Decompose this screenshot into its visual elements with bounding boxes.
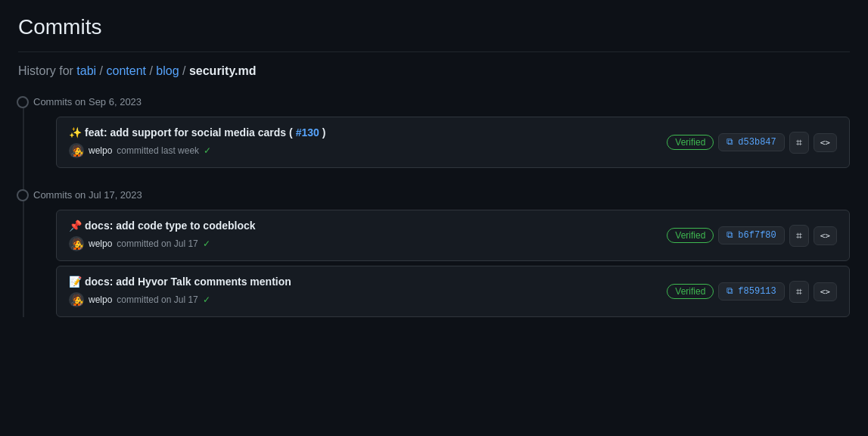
commit-author-2[interactable]: welpo [89, 238, 112, 249]
section-date-sep: Commits on Sep 6, 2023 [33, 96, 142, 107]
commit-meta-1: 🧑‍🎤 welpo committed last week ✓ [69, 143, 658, 158]
avatar-2: 🧑‍🎤 [69, 236, 84, 251]
commit-row-2: 📌 docs: add code type to codeblock 🧑‍🎤 w… [56, 210, 850, 261]
commit-emoji-2: 📌 [69, 220, 82, 232]
code-icon-1: <> [820, 138, 830, 148]
commit-author-3[interactable]: welpo [89, 294, 112, 305]
browse-repo-btn-1[interactable]: ⌗ [789, 132, 809, 154]
copy-icon-3: ⧉ [726, 286, 733, 297]
timeline-dot-jul [17, 189, 29, 201]
commit-meta-3: 🧑‍🎤 welpo committed on Jul 17 ✓ [69, 292, 658, 307]
commits-section-sep-2023: Commits on Sep 6, 2023 ✨ feat: add suppo… [33, 96, 850, 168]
hash-text-1: d53b847 [738, 137, 776, 148]
hash-text-2: b6f7f80 [738, 230, 776, 241]
view-code-btn-3[interactable]: <> [814, 282, 837, 301]
section-date-jul: Commits on Jul 17, 2023 [33, 189, 142, 201]
view-code-btn-2[interactable]: <> [814, 226, 837, 245]
breadcrumb: History for tabi / content / blog / secu… [18, 64, 850, 78]
browse-icon-2: ⌗ [796, 229, 802, 242]
commit-time-3: committed on Jul 17 [117, 294, 198, 305]
code-icon-3: <> [820, 287, 830, 297]
breadcrumb-blog[interactable]: blog [156, 64, 179, 77]
copy-icon-1: ⧉ [726, 137, 733, 148]
check-icon-2: ✓ [203, 238, 210, 249]
commits-group-sep: ✨ feat: add support for social media car… [56, 117, 850, 168]
breadcrumb-file: security.md [189, 64, 257, 77]
avatar-1: 🧑‍🎤 [69, 143, 84, 158]
breadcrumb-prefix: History for [18, 64, 76, 77]
copy-icon-2: ⧉ [726, 230, 733, 241]
commit-title-text-3: docs: add Hyvor Talk comments mention [85, 276, 291, 288]
commit-time-2: committed on Jul 17 [117, 238, 198, 249]
section-header-sep: Commits on Sep 6, 2023 [33, 96, 850, 107]
commit-meta-2: 🧑‍🎤 welpo committed on Jul 17 ✓ [69, 236, 658, 251]
timeline-dot-sep [17, 96, 29, 108]
commit-actions-1: Verified ⧉ d53b847 ⌗ <> [667, 132, 837, 154]
breadcrumb-content[interactable]: content [106, 64, 145, 77]
commit-info-2: 📌 docs: add code type to codeblock 🧑‍🎤 w… [69, 220, 658, 251]
commit-row-1: ✨ feat: add support for social media car… [56, 117, 850, 168]
section-header-jul: Commits on Jul 17, 2023 [33, 189, 850, 201]
commits-timeline: Commits on Sep 6, 2023 ✨ feat: add suppo… [18, 96, 850, 317]
commits-group-jul: 📌 docs: add code type to codeblock 🧑‍🎤 w… [56, 210, 850, 317]
hash-text-3: f859113 [738, 286, 776, 297]
view-code-btn-1[interactable]: <> [814, 133, 837, 152]
browse-icon-1: ⌗ [796, 136, 802, 149]
code-icon-2: <> [820, 231, 830, 241]
commit-actions-2: Verified ⧉ b6f7f80 ⌗ <> [667, 225, 837, 247]
commit-actions-3: Verified ⧉ f859113 ⌗ <> [667, 281, 837, 303]
verified-badge-3: Verified [667, 284, 714, 299]
commit-title-3: 📝 docs: add Hyvor Talk comments mention [69, 276, 658, 288]
commits-section-jul-2023: Commits on Jul 17, 2023 📌 docs: add code… [33, 189, 850, 317]
commit-title-text-2: docs: add code type to codeblock [85, 220, 256, 232]
commit-info-1: ✨ feat: add support for social media car… [69, 126, 658, 158]
commit-title-text-1: feat: add support for social media cards… [85, 126, 293, 139]
commit-emoji-3: 📝 [69, 276, 82, 288]
check-icon-3: ✓ [203, 294, 210, 305]
commit-author-1[interactable]: welpo [89, 145, 112, 156]
copy-hash-btn-2[interactable]: ⧉ b6f7f80 [718, 226, 784, 244]
commit-emoji-1: ✨ [69, 126, 82, 139]
check-icon-1: ✓ [204, 145, 211, 156]
commit-row-3: 📝 docs: add Hyvor Talk comments mention … [56, 266, 850, 317]
browse-icon-3: ⌗ [796, 285, 802, 298]
breadcrumb-tabi[interactable]: tabi [76, 64, 96, 77]
copy-hash-btn-1[interactable]: ⧉ d53b847 [718, 133, 784, 151]
verified-badge-2: Verified [667, 228, 714, 243]
verified-badge-1: Verified [667, 135, 714, 150]
commit-time-1: committed last week [117, 145, 199, 156]
avatar-3: 🧑‍🎤 [69, 292, 84, 307]
commit-info-3: 📝 docs: add Hyvor Talk comments mention … [69, 276, 658, 307]
browse-repo-btn-3[interactable]: ⌗ [789, 281, 809, 303]
browse-repo-btn-2[interactable]: ⌗ [789, 225, 809, 247]
commit-title-2: 📌 docs: add code type to codeblock [69, 220, 658, 232]
copy-hash-btn-3[interactable]: ⧉ f859113 [718, 282, 784, 301]
commit-title-1: ✨ feat: add support for social media car… [69, 126, 658, 139]
page-title: Commits [18, 15, 850, 52]
commit-pr-link-1[interactable]: #130 [296, 126, 319, 139]
